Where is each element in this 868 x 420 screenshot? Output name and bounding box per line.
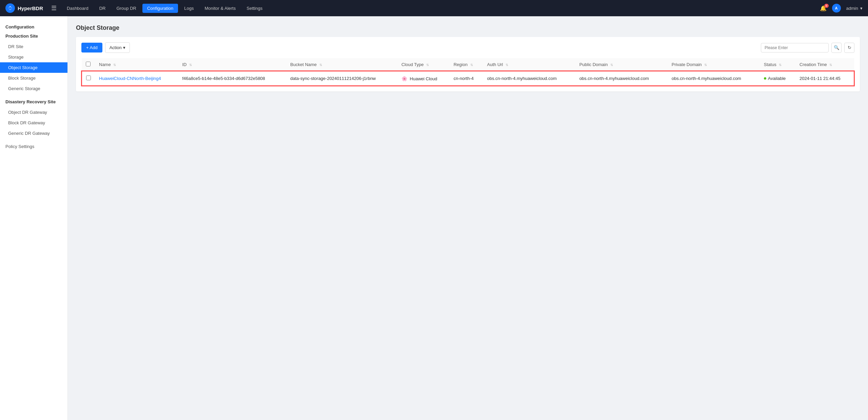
th-status-label: Status bbox=[764, 62, 776, 67]
row-cloud-type: Huawei Cloud bbox=[410, 76, 437, 81]
top-navigation: HyperBDR ☰ Dashboard DR Group DR Configu… bbox=[0, 0, 868, 16]
th-cloud-type[interactable]: Cloud Type ⇅ bbox=[397, 58, 450, 71]
sort-public-icon: ⇅ bbox=[610, 63, 613, 67]
row-private-domain: obs.cn-north-4.myhuaweicloud.com bbox=[672, 76, 741, 81]
sort-cloud-icon: ⇅ bbox=[426, 63, 429, 67]
nav-settings[interactable]: Settings bbox=[242, 4, 267, 13]
refresh-icon: ↻ bbox=[848, 45, 851, 50]
hamburger-icon[interactable]: ☰ bbox=[51, 4, 57, 12]
sidebar-item-dr-site[interactable]: DR Site bbox=[0, 41, 67, 52]
refresh-button[interactable]: ↻ bbox=[844, 43, 854, 53]
search-button[interactable]: 🔍 bbox=[831, 43, 842, 53]
th-bucket-name[interactable]: Bucket Name ⇅ bbox=[286, 58, 397, 71]
row-status-cell: Available bbox=[760, 71, 795, 86]
nav-dr[interactable]: DR bbox=[95, 4, 111, 13]
th-auth-label: Auth Url bbox=[487, 62, 503, 67]
notification-badge: 9 bbox=[824, 4, 829, 8]
row-checkbox[interactable] bbox=[86, 76, 91, 80]
row-id: f46a8ce5-b14e-48e5-b334-d6d6732e5808 bbox=[182, 76, 265, 81]
row-region-cell: cn-north-4 bbox=[450, 71, 483, 86]
th-private-domain[interactable]: Private Domain ⇅ bbox=[668, 58, 760, 71]
content-card: + Add Action ▾ 🔍 ↻ bbox=[76, 37, 860, 91]
row-private-domain-cell: obs.cn-north-4.myhuaweicloud.com bbox=[668, 71, 760, 86]
logo-text: HyperBDR bbox=[18, 5, 43, 11]
row-auth-url: obs.cn-north-4.myhuaweicloud.com bbox=[487, 76, 557, 81]
th-status[interactable]: Status ⇅ bbox=[760, 58, 795, 71]
chevron-down-icon: ▾ bbox=[860, 6, 863, 11]
nav-links: Dashboard DR Group DR Configuration Logs… bbox=[62, 4, 820, 13]
sidebar-item-block-dr-gateway[interactable]: Block DR Gateway bbox=[0, 118, 67, 128]
th-region[interactable]: Region ⇅ bbox=[450, 58, 483, 71]
th-name[interactable]: Name ⇅ bbox=[95, 58, 178, 71]
sort-region-icon: ⇅ bbox=[470, 63, 473, 67]
select-all-checkbox[interactable] bbox=[86, 62, 91, 66]
th-public-domain[interactable]: Public Domain ⇅ bbox=[575, 58, 668, 71]
logo[interactable]: HyperBDR bbox=[5, 3, 43, 13]
sidebar-item-policy-settings[interactable]: Policy Settings bbox=[0, 141, 67, 152]
user-name: admin bbox=[846, 6, 858, 11]
nav-monitor-alerts[interactable]: Monitor & Alerts bbox=[200, 4, 240, 13]
sort-private-icon: ⇅ bbox=[704, 63, 707, 67]
th-id[interactable]: ID ⇅ bbox=[178, 58, 287, 71]
sidebar-item-object-dr-gateway[interactable]: Object DR Gateway bbox=[0, 107, 67, 118]
huawei-cloud-icon: 🌸 bbox=[401, 76, 407, 81]
row-creation-time: 2024-01-11 21:44:45 bbox=[800, 76, 841, 81]
main-content: Object Storage + Add Action ▾ 🔍 bbox=[68, 16, 868, 420]
user-menu[interactable]: admin ▾ bbox=[846, 6, 863, 11]
row-status: Available bbox=[768, 76, 786, 81]
row-region: cn-north-4 bbox=[454, 76, 474, 81]
th-bucket-label: Bucket Name bbox=[290, 62, 317, 67]
row-creation-time-cell: 2024-01-11 21:44:45 bbox=[795, 71, 854, 86]
main-layout: Configuration Production Site DR Site St… bbox=[0, 16, 868, 420]
th-creation-label: Creation Time bbox=[800, 62, 827, 67]
row-name-cell: HuaweiCloud-CNNorth-Beijing4 bbox=[95, 71, 178, 86]
sidebar-item-generic-storage[interactable]: Generic Storage bbox=[0, 83, 67, 94]
notification-bell[interactable]: 🔔 9 bbox=[820, 5, 827, 12]
th-creation-time[interactable]: Creation Time ⇅ bbox=[795, 58, 854, 71]
nav-logs[interactable]: Logs bbox=[179, 4, 198, 13]
row-checkbox-cell bbox=[82, 71, 95, 86]
add-button[interactable]: + Add bbox=[81, 43, 102, 52]
row-name-link[interactable]: HuaweiCloud-CNNorth-Beijing4 bbox=[99, 76, 161, 81]
sidebar-item-block-storage[interactable]: Block Storage bbox=[0, 73, 67, 83]
sort-name-icon: ⇅ bbox=[113, 63, 116, 67]
th-auth-url[interactable]: Auth Url ⇅ bbox=[483, 58, 575, 71]
row-bucket-name: data-sync-storage-20240111214206-j1rbnw bbox=[290, 76, 376, 81]
row-bucket-cell: data-sync-storage-20240111214206-j1rbnw bbox=[286, 71, 397, 86]
nav-right: 🔔 9 A admin ▾ bbox=[820, 4, 863, 13]
nav-configuration[interactable]: Configuration bbox=[142, 4, 178, 13]
search-input[interactable] bbox=[761, 43, 829, 52]
sort-bucket-icon: ⇅ bbox=[319, 63, 322, 67]
status-dot bbox=[764, 77, 766, 80]
th-public-label: Public Domain bbox=[579, 62, 608, 67]
table-row: HuaweiCloud-CNNorth-Beijing4 f46a8ce5-b1… bbox=[82, 71, 854, 86]
page-title: Object Storage bbox=[76, 24, 860, 31]
sidebar-item-disaster-recovery-site: Disastery Recovery Site bbox=[0, 97, 67, 107]
row-public-domain-cell: obs.cn-north-4.myhuaweicloud.com bbox=[575, 71, 668, 86]
avatar: A bbox=[832, 4, 841, 13]
action-button[interactable]: Action ▾ bbox=[105, 42, 130, 53]
nav-group-dr[interactable]: Group DR bbox=[112, 4, 141, 13]
nav-dashboard[interactable]: Dashboard bbox=[62, 4, 93, 13]
th-private-label: Private Domain bbox=[672, 62, 702, 67]
sidebar-item-storage[interactable]: Storage bbox=[0, 52, 67, 62]
row-id-cell: f46a8ce5-b14e-48e5-b334-d6d6732e5808 bbox=[178, 71, 287, 86]
sidebar-item-object-storage[interactable]: Object Storage bbox=[0, 62, 67, 73]
sidebar-section-configuration: Configuration bbox=[0, 22, 67, 31]
svg-point-0 bbox=[5, 3, 15, 13]
th-id-label: ID bbox=[182, 62, 187, 67]
sidebar-item-generic-dr-gateway[interactable]: Generic DR Gateway bbox=[0, 128, 67, 139]
sort-creation-icon: ⇅ bbox=[829, 63, 832, 67]
action-button-label: Action bbox=[110, 45, 122, 50]
data-table: Name ⇅ ID ⇅ Bucket Name ⇅ Cloud Type bbox=[81, 58, 854, 86]
th-checkbox bbox=[82, 58, 95, 71]
chevron-down-icon: ▾ bbox=[123, 45, 125, 50]
th-cloud-label: Cloud Type bbox=[401, 62, 424, 67]
toolbar: + Add Action ▾ 🔍 ↻ bbox=[81, 42, 854, 53]
toolbar-left: + Add Action ▾ bbox=[81, 42, 130, 53]
search-icon: 🔍 bbox=[834, 45, 840, 50]
sidebar: Configuration Production Site DR Site St… bbox=[0, 16, 68, 420]
row-public-domain: obs.cn-north-4.myhuaweicloud.com bbox=[579, 76, 649, 81]
sidebar-item-production-site[interactable]: Production Site bbox=[0, 31, 67, 41]
th-region-label: Region bbox=[454, 62, 468, 67]
